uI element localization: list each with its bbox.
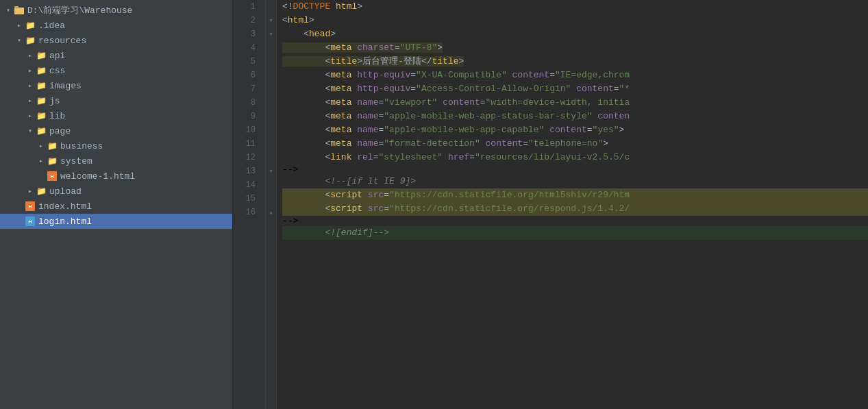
punct-2b: > (309, 15, 314, 25)
css-arrow (25, 65, 36, 76)
tag-5e: title (432, 56, 458, 66)
tag-2: html (288, 15, 309, 25)
upload-label: upload (49, 186, 82, 197)
ln-11: 11 (233, 137, 260, 151)
idea-label: .idea (38, 21, 65, 31)
index-label: index.html (38, 201, 92, 212)
code-lines: <!DOCTYPE html> <html> <head> <meta char… (277, 0, 868, 409)
str-4: "UTF-8" (400, 42, 438, 53)
js-label: js (49, 96, 60, 106)
tree-item-images[interactable]: images (0, 78, 232, 93)
code-line-3: <head> (282, 27, 868, 41)
fold-2[interactable]: ▾ (266, 14, 276, 27)
fold-16[interactable]: ▴ (266, 206, 276, 219)
lib-folder-icon (36, 110, 47, 121)
fold-3[interactable]: ▾ (266, 27, 276, 41)
root-folder-icon (14, 5, 25, 16)
code-line-15: <script src="https://cdn.staticfile.org/… (282, 202, 868, 216)
ln-4: 4 (233, 41, 260, 55)
login-label: login.html (38, 216, 92, 227)
fold-9 (266, 110, 276, 123)
fold-4 (266, 41, 276, 55)
fold-8 (266, 96, 276, 110)
page-folder-icon (36, 125, 47, 136)
fold-gutter: ▾ ▾ ▾ ▴ (266, 0, 277, 409)
page-arrow (25, 125, 36, 136)
punct-2a: < (282, 15, 288, 25)
api-folder-icon (36, 50, 47, 61)
business-arrow (36, 140, 47, 151)
ln-12: 12 (233, 151, 260, 164)
ln-6: 6 (233, 69, 260, 82)
code-line-12: <link rel="stylesheet" href="resources/l… (282, 151, 868, 164)
ln-7: 7 (233, 82, 260, 96)
tree-item-lib[interactable]: lib (0, 108, 232, 123)
api-label: api (49, 51, 65, 61)
line-numbers: 1 2 3 4 5 6 7 8 9 10 11 12 13 14 15 16 (233, 0, 266, 409)
code-line-8: <meta name="viewport" content="width=dev… (282, 96, 868, 110)
kw-1: DOCTYPE (293, 1, 331, 12)
root-label: D:\前端学习\Warehouse (27, 4, 132, 16)
js-arrow (25, 95, 36, 106)
tree-item-css[interactable]: css (0, 63, 232, 78)
images-folder-icon (36, 80, 47, 91)
code-line-14: <script src="https://cdn.staticfile.org/… (282, 188, 868, 202)
system-label: system (60, 156, 92, 166)
tree-item-idea[interactable]: .idea (0, 18, 232, 33)
fold-13[interactable]: ▾ (266, 164, 276, 178)
css-folder-icon (36, 65, 47, 76)
file-tree[interactable]: D:\前端学习\Warehouse .idea resources api cs… (0, 0, 233, 409)
code-line-6: <meta http-equiv="X-UA-Compatible" conte… (282, 69, 868, 82)
punct-1a: <! (282, 1, 293, 12)
eq-4: = (395, 42, 400, 53)
ln-16: 16 (233, 206, 260, 219)
tree-item-js[interactable]: js (0, 93, 232, 108)
title-text: 后台管理-登陆 (362, 56, 421, 66)
tree-item-index[interactable]: H index.html (0, 199, 232, 214)
code-line-4: <meta charset="UTF-8"> (282, 41, 868, 55)
tree-item-upload[interactable]: upload (0, 184, 232, 199)
login-file-icon: H (25, 216, 36, 227)
punct-4b: > (437, 42, 443, 53)
code-line-9: <meta name="apple-mobile-web-app-status-… (282, 110, 868, 123)
tree-root[interactable]: D:\前端学习\Warehouse (0, 3, 232, 18)
resources-arrow (14, 35, 25, 46)
ln-8: 8 (233, 96, 260, 110)
svg-rect-0 (14, 8, 24, 14)
tag-1: html (336, 1, 357, 12)
ln-14: 14 (233, 178, 260, 192)
fold-10 (266, 123, 276, 137)
tree-item-business[interactable]: business (0, 138, 232, 153)
punct-5b: > (357, 56, 362, 66)
code-line-7: <meta http-equiv="Access-Control-Allow-O… (282, 82, 868, 96)
attr-4: charset (357, 42, 395, 53)
ln-1: 1 (233, 0, 260, 14)
ln-13: 13 (233, 164, 260, 178)
lib-label: lib (49, 111, 65, 121)
tree-item-page[interactable]: page (0, 123, 232, 138)
tree-item-system[interactable]: system (0, 153, 232, 169)
fold-7 (266, 82, 276, 96)
page-label: page (49, 126, 71, 136)
css-label: css (49, 66, 65, 76)
tag-4: meta (330, 42, 351, 53)
punct-5d: > (459, 56, 464, 66)
code-line-16: <![endif]--> (282, 226, 868, 240)
images-arrow (25, 80, 36, 91)
tree-item-resources[interactable]: resources (0, 33, 232, 48)
resources-label: resources (38, 36, 86, 46)
svg-rect-1 (14, 6, 18, 8)
tree-item-api[interactable]: api (0, 48, 232, 63)
tag-5: title (330, 56, 357, 66)
tree-item-login[interactable]: H login.html (0, 214, 232, 229)
fold-11 (266, 137, 276, 151)
idea-arrow (14, 20, 25, 31)
ln-10: 10 (233, 123, 260, 137)
tag-3: head (309, 29, 330, 39)
images-label: images (49, 81, 82, 91)
tree-item-welcome[interactable]: H welcome-1.html (0, 169, 232, 184)
fold-5 (266, 55, 276, 69)
indent-3 (282, 29, 303, 39)
ln-15: 15 (233, 192, 260, 206)
punct-3a: < (303, 29, 309, 39)
